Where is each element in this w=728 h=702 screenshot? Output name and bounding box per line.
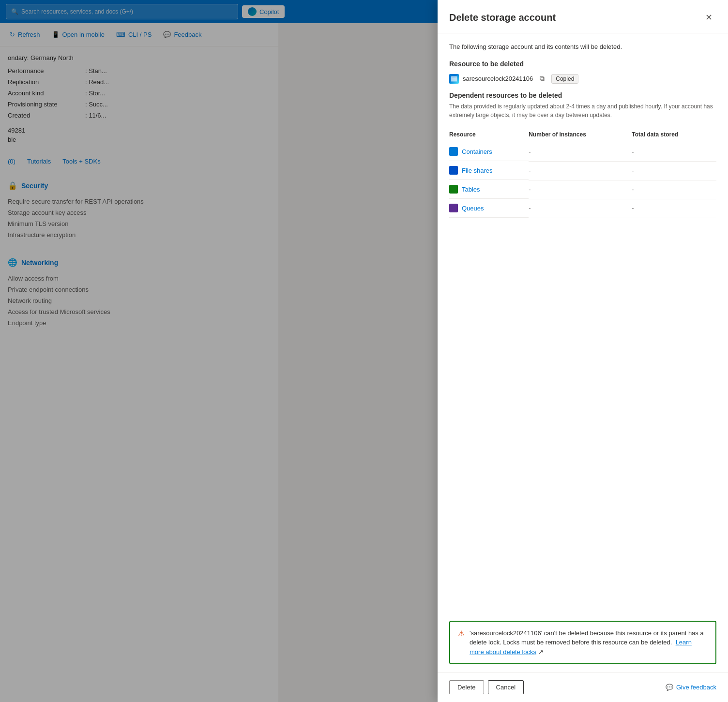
table-row: Tables-- [449,180,716,199]
resource-type-name[interactable]: Queues [462,205,484,212]
table-row: File shares-- [449,161,716,180]
queues-icon [449,204,458,212]
resource-cell: File shares [449,161,529,180]
close-button[interactable]: ✕ [701,10,716,25]
col-resource: Resource [449,127,529,142]
fileshares-icon [449,166,458,175]
data-cell: - [632,142,716,162]
copy-icon: ⧉ [540,75,545,82]
resource-row: saresourcelock20241106 ⧉ Copied [449,74,716,84]
delete-panel: Delete storage account ✕ The following s… [438,0,728,702]
instances-cell: - [529,161,632,180]
panel-footer: Delete Cancel 💬 Give feedback [438,672,728,702]
copy-button[interactable]: ⧉ [537,74,547,84]
resource-name: saresourcelock20241106 [463,75,533,82]
svg-rect-3 [452,79,456,79]
containers-icon [449,147,458,156]
give-feedback-icon: 💬 [666,684,673,691]
dependent-title: Dependent resources to be deleted [449,91,716,99]
table-row: Containers-- [449,142,716,162]
cancel-button[interactable]: Cancel [488,680,524,694]
resource-type-name[interactable]: File shares [462,167,493,174]
data-cell: - [632,161,716,180]
dependent-resources-table: Resource Number of instances Total data … [449,127,716,218]
svg-rect-4 [452,80,456,80]
panel-title: Delete storage account [449,12,556,23]
warning-icon: ⚠ [458,629,465,638]
data-cell: - [632,199,716,218]
table-row: Queues-- [449,199,716,218]
panel-header: Delete storage account ✕ [438,0,728,33]
give-feedback-button[interactable]: 💬 Give feedback [666,684,716,691]
col-instances: Number of instances [529,127,632,142]
data-cell: - [632,180,716,199]
intro-text: The following storage account and its co… [449,43,716,50]
instances-cell: - [529,142,632,162]
instances-cell: - [529,180,632,199]
dependent-desc: The data provided is regularly updated a… [449,102,716,119]
resource-cell: Tables [449,180,529,199]
svg-rect-2 [452,78,456,78]
resource-to-delete-heading: Resource to be deleted [449,60,716,68]
col-data: Total data stored [632,127,716,142]
storage-account-icon [449,74,459,84]
copied-badge: Copied [551,74,578,84]
resource-type-name[interactable]: Tables [462,186,480,193]
close-icon: ✕ [705,12,713,23]
tables-icon [449,185,458,194]
error-text: 'saresourcelock20241106' can't be delete… [470,628,708,657]
panel-body[interactable]: The following storage account and its co… [438,33,728,621]
resource-cell: Queues [449,199,529,218]
instances-cell: - [529,199,632,218]
delete-button[interactable]: Delete [449,680,484,694]
resource-cell: Containers [449,142,529,161]
resource-type-name[interactable]: Containers [462,148,492,155]
error-box: ⚠ 'saresourcelock20241106' can't be dele… [449,621,716,665]
